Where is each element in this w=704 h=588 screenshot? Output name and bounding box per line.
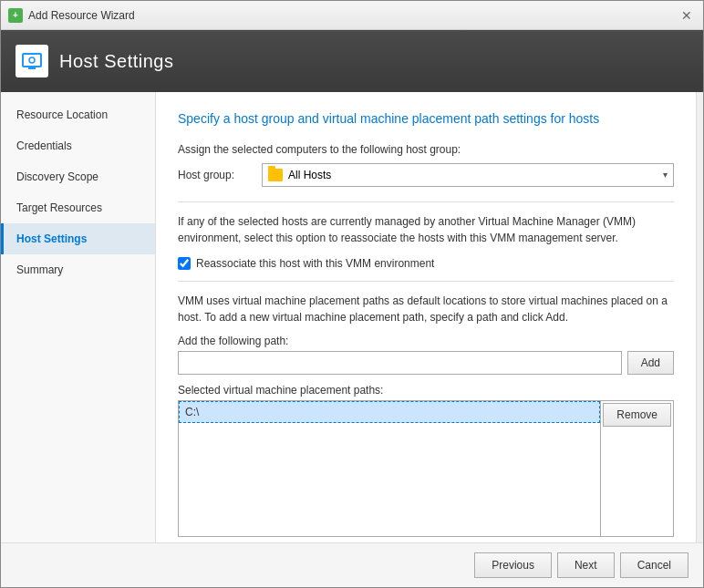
header-section: Host Settings — [1, 30, 703, 92]
svg-point-3 — [29, 57, 35, 63]
assign-text: Assign the selected computers to the fol… — [178, 143, 674, 156]
next-button[interactable]: Next — [557, 552, 615, 578]
path-input-row: Add — [178, 351, 674, 375]
folder-icon — [268, 169, 283, 181]
title-bar: + Add Resource Wizard ✕ — [1, 1, 703, 30]
sidebar-item-host-settings[interactable]: Host Settings — [1, 223, 155, 254]
host-group-dropdown[interactable]: All Hosts ▾ — [262, 163, 674, 187]
add-path-button[interactable]: Add — [627, 351, 674, 375]
sidebar-item-resource-location[interactable]: Resource Location — [1, 99, 155, 130]
path-input[interactable] — [178, 351, 622, 375]
sidebar-item-target-resources[interactable]: Target Resources — [1, 192, 155, 223]
path-section: VMM uses virtual machine placement paths… — [178, 293, 674, 537]
paths-list-container: C:\ Remove — [178, 400, 674, 537]
header-title: Host Settings — [59, 51, 173, 72]
main-section-title: Specify a host group and virtual machine… — [178, 110, 674, 129]
svg-rect-0 — [23, 54, 41, 67]
sidebar-item-summary[interactable]: Summary — [1, 254, 155, 285]
header-icon — [16, 45, 48, 77]
window-title: Add Resource Wizard — [28, 9, 135, 22]
main-content: Specify a host group and virtual machine… — [156, 92, 696, 542]
selected-paths-label: Selected virtual machine placement paths… — [178, 384, 674, 397]
divider-2 — [178, 281, 674, 282]
paths-side-buttons: Remove — [600, 401, 673, 536]
remove-path-button[interactable]: Remove — [603, 403, 671, 427]
reassociate-checkbox[interactable] — [178, 257, 191, 270]
placement-info: VMM uses virtual machine placement paths… — [178, 293, 674, 325]
title-bar-left: + Add Resource Wizard — [8, 8, 135, 23]
host-group-label: Host group: — [178, 169, 251, 181]
cancel-button[interactable]: Cancel — [620, 552, 688, 578]
paths-list[interactable]: C:\ — [179, 401, 600, 536]
reassociate-info: If any of the selected hosts are current… — [178, 213, 674, 246]
host-group-value: All Hosts — [288, 169, 331, 181]
reassociate-checkbox-row: Reassociate this host with this VMM envi… — [178, 257, 674, 270]
dropdown-arrow-icon: ▾ — [663, 170, 668, 180]
path-item[interactable]: C:\ — [179, 401, 600, 423]
previous-button[interactable]: Previous — [474, 552, 552, 578]
sidebar-item-discovery-scope[interactable]: Discovery Scope — [1, 161, 155, 192]
divider-1 — [178, 201, 674, 202]
sidebar-item-credentials[interactable]: Credentials — [1, 130, 155, 161]
host-group-row: Host group: All Hosts ▾ — [178, 163, 674, 187]
app-icon: + — [8, 8, 23, 23]
reassociate-label[interactable]: Reassociate this host with this VMM envi… — [196, 257, 434, 270]
close-button[interactable]: ✕ — [678, 6, 696, 25]
main-window: + Add Resource Wizard ✕ Host Settings Re… — [0, 0, 704, 588]
scrollbar[interactable] — [696, 92, 703, 542]
add-path-label: Add the following path: — [178, 335, 674, 347]
footer: Previous Next Cancel — [1, 542, 703, 587]
content-area: Resource Location Credentials Discovery … — [1, 92, 703, 542]
sidebar: Resource Location Credentials Discovery … — [1, 92, 156, 542]
